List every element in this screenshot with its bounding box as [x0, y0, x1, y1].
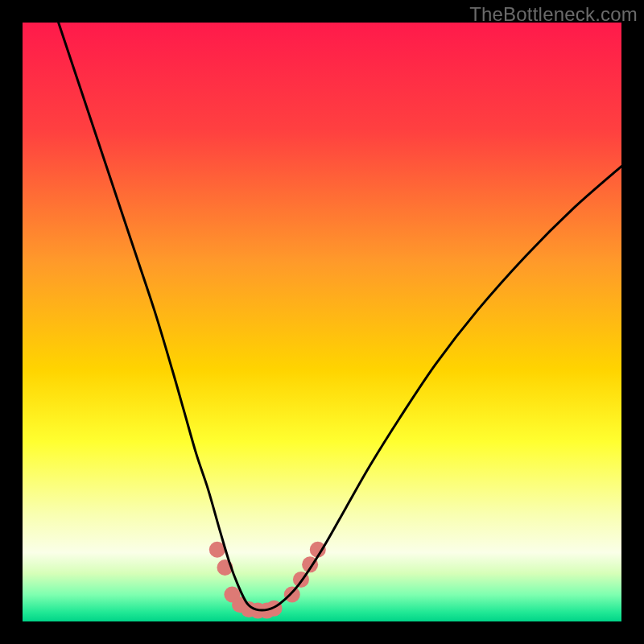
highlight-dot — [284, 587, 300, 603]
outer-frame: TheBottleneck.com — [0, 0, 644, 644]
chart-svg — [23, 23, 621, 621]
watermark-text: TheBottleneck.com — [469, 3, 638, 26]
plot-area — [23, 23, 621, 621]
gradient-background — [23, 23, 621, 621]
